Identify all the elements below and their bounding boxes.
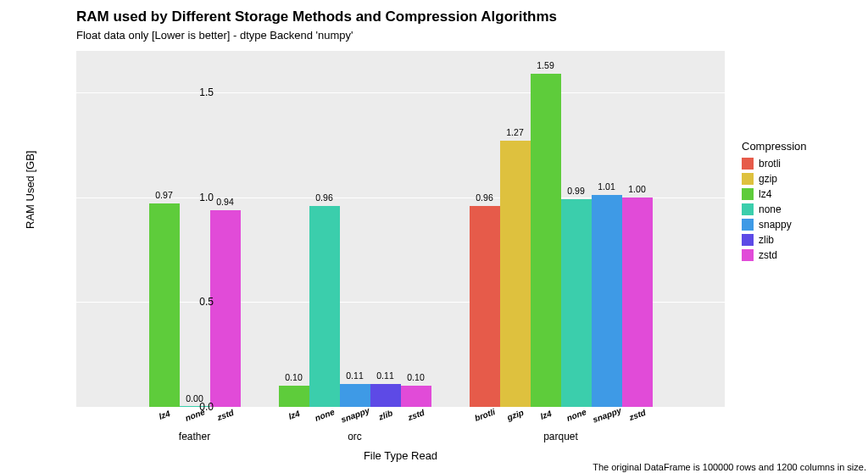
legend-label: gzip <box>759 173 777 185</box>
legend-swatch <box>742 203 754 215</box>
bar-category-label: lz4 <box>148 405 181 425</box>
chart-subtitle: Float data only [Lower is better] - dtyp… <box>76 29 353 42</box>
x-axis-label: File Type Read <box>76 449 725 462</box>
bar-category-label: zstd <box>400 405 432 425</box>
bar-category-label: snappy <box>339 405 371 425</box>
group-label-feather: feather <box>161 431 229 442</box>
bar-gzip <box>500 141 531 407</box>
bar-category-label: snappy <box>591 405 623 425</box>
group-label-orc: orc <box>321 431 389 442</box>
bar-value-label: 0.10 <box>398 372 435 382</box>
gridline <box>76 92 725 93</box>
bar-value-label: 0.10 <box>275 372 313 382</box>
legend-title: Compression <box>742 140 807 153</box>
chart-container: RAM used by Different Storage Methods an… <box>0 0 868 473</box>
bar-value-label: 1.27 <box>497 127 534 137</box>
legend-swatch <box>742 219 754 231</box>
bar-lz4 <box>149 203 180 407</box>
bar-category-label: gzip <box>499 405 531 425</box>
bar-category-label: zlib <box>370 405 402 425</box>
y-axis-label: RAM Used [GB] <box>24 151 36 229</box>
bar-lz4 <box>279 386 309 407</box>
bar-category-label: lz4 <box>530 405 562 425</box>
legend-swatch <box>742 234 754 246</box>
bar-category-label: zstd <box>209 405 242 425</box>
legend-item-none: none <box>742 203 807 215</box>
legend-label: zlib <box>759 234 774 246</box>
bar-zlib <box>370 384 401 407</box>
bar-category-label: none <box>309 405 341 425</box>
bar-snappy <box>340 384 370 407</box>
legend-label: none <box>759 203 782 215</box>
legend-label: lz4 <box>759 188 771 200</box>
chart-caption: The original DataFrame is 100000 rows an… <box>76 462 866 472</box>
bar-zstd <box>622 198 653 407</box>
legend-item-zstd: zstd <box>742 249 807 261</box>
y-tick: 0.5 <box>180 296 214 308</box>
legend-swatch <box>742 173 754 185</box>
legend-swatch <box>742 158 754 170</box>
legend-label: zstd <box>759 249 777 261</box>
bar-value-label: 0.94 <box>207 197 244 207</box>
group-label-parquet: parquet <box>527 431 595 442</box>
legend-item-lz4: lz4 <box>742 188 807 200</box>
bar-category-label: lz4 <box>278 405 310 425</box>
bar-category-label: none <box>560 405 593 425</box>
bar-category-label: zstd <box>621 405 654 425</box>
bar-value-label: 0.96 <box>306 192 343 203</box>
bar-lz4 <box>531 74 561 407</box>
legend-swatch <box>742 188 754 200</box>
bar-none <box>561 199 592 407</box>
legend-swatch <box>742 249 754 261</box>
legend-item-zlib: zlib <box>742 234 807 246</box>
bar-value-label: 0.96 <box>466 192 504 203</box>
chart-title: RAM used by Different Storage Methods an… <box>76 8 557 25</box>
bar-brotli <box>470 206 500 407</box>
bar-value-label: 1.59 <box>527 60 565 70</box>
legend-label: snappy <box>759 219 792 231</box>
bar-value-label: 0.97 <box>146 190 183 200</box>
legend-item-gzip: gzip <box>742 173 807 185</box>
legend-label: brotli <box>759 158 781 170</box>
bar-snappy <box>592 195 622 407</box>
bar-value-label: 0.00 <box>176 393 214 403</box>
bar-zstd <box>210 210 241 407</box>
bar-category-label: brotli <box>469 405 501 425</box>
legend: Compression brotligziplz4nonesnappyzlibz… <box>742 140 807 264</box>
legend-item-snappy: snappy <box>742 219 807 231</box>
bar-zstd <box>401 386 431 407</box>
plot-area <box>76 51 725 407</box>
y-tick: 1.5 <box>180 86 214 98</box>
bar-value-label: 1.00 <box>619 184 656 194</box>
legend-item-brotli: brotli <box>742 158 807 170</box>
bar-none <box>309 206 340 407</box>
